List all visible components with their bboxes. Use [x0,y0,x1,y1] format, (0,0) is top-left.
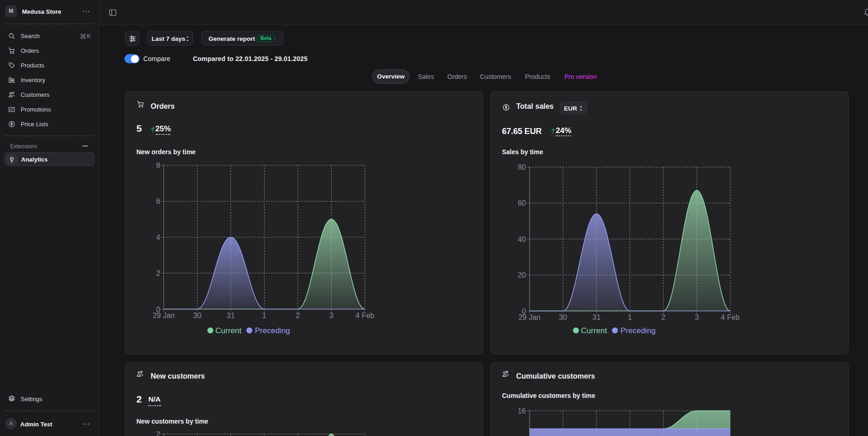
svg-text:4: 4 [156,234,160,241]
svg-text:1: 1 [262,312,266,319]
svg-text:4 Feb: 4 Feb [721,313,740,321]
svg-text:30: 30 [559,313,567,321]
svg-text:Preceding: Preceding [620,326,656,335]
svg-text:31: 31 [227,312,235,319]
svg-text:29 Jan: 29 Jan [152,312,175,319]
svg-text:2: 2 [296,312,300,319]
svg-text:Current: Current [581,326,607,335]
svg-text:4 Feb: 4 Feb [355,312,374,319]
svg-text:2: 2 [156,430,160,436]
svg-text:31: 31 [592,313,601,321]
svg-text:3: 3 [695,313,699,321]
svg-text:29 Jan: 29 Jan [519,313,541,321]
svg-text:20: 20 [518,271,526,279]
svg-text:30: 30 [193,312,202,319]
svg-text:Current: Current [215,326,242,335]
svg-text:16: 16 [518,407,526,415]
svg-text:80: 80 [518,163,526,171]
svg-text:2: 2 [156,269,160,277]
svg-text:2: 2 [661,313,665,321]
svg-text:3: 3 [329,312,333,319]
svg-text:60: 60 [518,199,526,207]
svg-text:40: 40 [518,235,526,243]
svg-text:Preceding: Preceding [255,326,290,335]
svg-text:1: 1 [628,313,632,321]
svg-text:6: 6 [156,197,160,205]
svg-text:8: 8 [156,162,160,169]
